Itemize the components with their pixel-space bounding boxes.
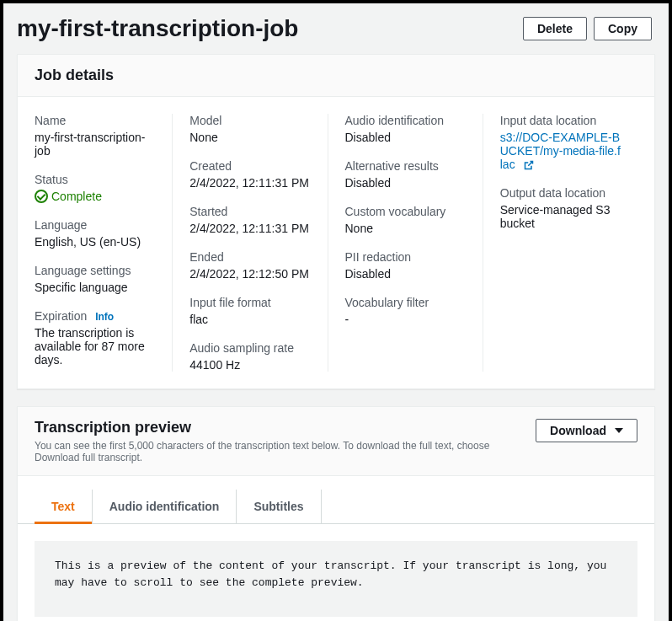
pii-redaction-value: Disabled — [345, 267, 466, 281]
preview-text: This is a preview of the content of your… — [35, 541, 637, 617]
sampling-rate-value: 44100 Hz — [189, 358, 310, 372]
input-location-link[interactable]: s3://DOC-EXAMPLE-BUCKET/my-media-file.fl… — [500, 131, 621, 171]
ended-label: Ended — [189, 250, 310, 264]
model-label: Model — [189, 114, 310, 127]
language-settings-label: Language settings — [35, 264, 155, 277]
language-settings-value: Specific language — [35, 281, 155, 294]
language-value: English, US (en-US) — [35, 235, 155, 249]
status-label: Status — [35, 173, 155, 186]
details-col-1: Name my-first-transcription-job Status C… — [35, 114, 172, 372]
transcription-preview-panel: Transcription preview You can see the fi… — [17, 406, 655, 621]
download-label: Download — [550, 424, 606, 437]
job-details-grid: Name my-first-transcription-job Status C… — [18, 97, 654, 388]
name-value: my-first-transcription-job — [35, 131, 155, 158]
info-link[interactable]: Info — [95, 311, 114, 323]
input-location-value: s3://DOC-EXAMPLE-BUCKET/my-media-file.fl… — [500, 131, 621, 171]
chevron-down-icon — [615, 428, 623, 433]
preview-header: Transcription preview You can see the fi… — [18, 407, 654, 476]
details-col-2: Model None Created 2/4/2022, 12:11:31 PM… — [172, 114, 327, 372]
created-value: 2/4/2022, 12:11:31 PM — [189, 176, 310, 190]
details-col-4: Input data location s3://DOC-EXAMPLE-BUC… — [483, 114, 637, 372]
tab-audio-identification[interactable]: Audio identification — [93, 490, 237, 523]
language-label: Language — [35, 218, 155, 232]
job-details-panel: Job details Name my-first-transcription-… — [17, 54, 655, 389]
name-label: Name — [35, 114, 155, 127]
page-header: my-first-transcription-job Delete Copy — [3, 3, 669, 54]
model-value: None — [189, 131, 310, 144]
alt-results-label: Alternative results — [345, 159, 466, 173]
status-text: Complete — [51, 190, 102, 203]
external-link-icon — [524, 160, 534, 170]
custom-vocab-value: None — [345, 222, 466, 235]
status-value: Complete — [35, 190, 155, 203]
expiration-label: Expiration Info — [35, 309, 155, 323]
tab-subtitles[interactable]: Subtitles — [237, 490, 321, 523]
copy-button[interactable]: Copy — [594, 17, 652, 40]
created-label: Created — [189, 159, 310, 173]
started-label: Started — [189, 205, 310, 218]
delete-button[interactable]: Delete — [523, 17, 587, 40]
header-actions: Delete Copy — [523, 17, 652, 40]
output-location-value: Service-managed S3 bucket — [500, 203, 621, 230]
input-format-value: flac — [189, 313, 310, 326]
preview-subtitle: You can see the first 5,000 characters o… — [35, 440, 536, 463]
custom-vocab-label: Custom vocabulary — [345, 205, 466, 218]
check-icon — [35, 190, 48, 203]
input-location-label: Input data location — [500, 114, 621, 127]
alt-results-value: Disabled — [345, 176, 466, 190]
job-details-title: Job details — [35, 67, 637, 84]
output-location-label: Output data location — [500, 186, 621, 200]
vocab-filter-label: Vocabulary filter — [345, 296, 466, 309]
pii-redaction-label: PII redaction — [345, 250, 466, 264]
preview-tabs: Text Audio identification Subtitles — [18, 490, 654, 524]
sampling-rate-label: Audio sampling rate — [189, 341, 310, 355]
audio-id-value: Disabled — [345, 131, 466, 144]
preview-body: This is a preview of the content of your… — [18, 524, 654, 621]
tab-text[interactable]: Text — [35, 490, 93, 523]
audio-id-label: Audio identification — [345, 114, 466, 127]
started-value: 2/4/2022, 12:11:31 PM — [189, 222, 310, 235]
download-button[interactable]: Download — [536, 419, 637, 442]
expiration-label-text: Expiration — [35, 309, 87, 323]
input-format-label: Input file format — [189, 296, 310, 309]
expiration-value: The transcription is available for 87 mo… — [35, 326, 155, 367]
vocab-filter-value: - — [345, 313, 466, 326]
ended-value: 2/4/2022, 12:12:50 PM — [189, 267, 310, 281]
details-col-3: Audio identification Disabled Alternativ… — [328, 114, 483, 372]
job-details-header: Job details — [18, 55, 654, 97]
preview-title: Transcription preview — [35, 419, 536, 436]
page-title: my-first-transcription-job — [17, 15, 298, 42]
